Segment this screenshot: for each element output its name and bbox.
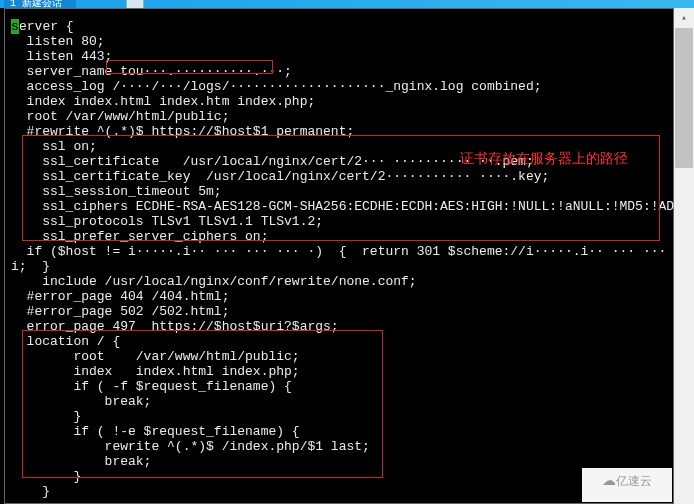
- title-bar: 1 新建会话: [0, 0, 694, 8]
- config-code: erver { listen 80; listen 443; server_na…: [11, 19, 694, 499]
- scroll-up-button[interactable]: ▴: [674, 8, 694, 28]
- watermark-logo: ☁亿速云: [582, 468, 672, 502]
- brand-text: 亿速云: [616, 474, 652, 488]
- scroll-thumb[interactable]: [675, 28, 693, 168]
- cursor: s: [11, 19, 19, 34]
- cloud-icon: ☁: [602, 472, 616, 488]
- vertical-scrollbar[interactable]: ▴ ▾: [674, 8, 694, 504]
- terminal-viewport[interactable]: server { listen 80; listen 443; server_n…: [4, 8, 674, 504]
